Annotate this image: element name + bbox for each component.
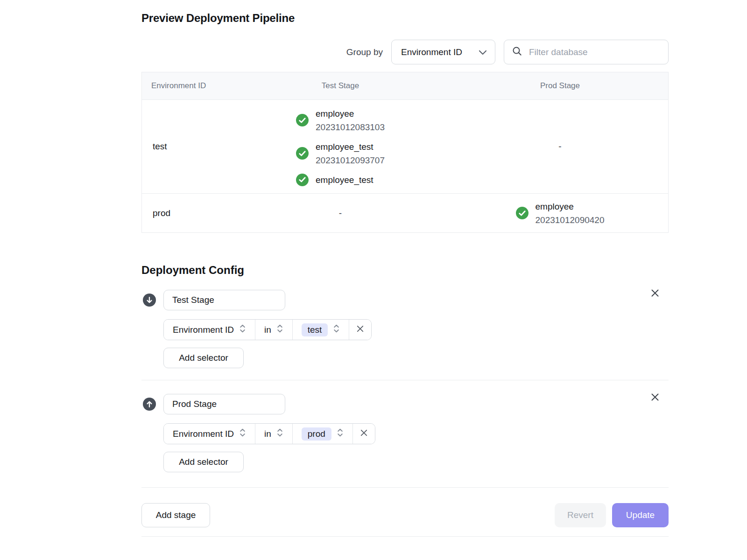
selector-value-select[interactable]: test bbox=[292, 320, 349, 340]
stage-block-prod: Environment ID in prod bbox=[141, 392, 669, 472]
deployment-name: employee_test bbox=[316, 173, 374, 187]
selector-row: Environment ID in prod bbox=[163, 423, 375, 444]
selector-operator-select[interactable]: in bbox=[255, 320, 292, 340]
chevron-down-icon bbox=[479, 47, 487, 57]
stage-name-input[interactable] bbox=[163, 394, 285, 414]
close-icon bbox=[650, 288, 660, 299]
update-button[interactable]: Update bbox=[612, 503, 669, 527]
deployment-config-title: Deployment Config bbox=[141, 264, 669, 277]
success-check-icon bbox=[516, 207, 529, 219]
selector-operator-value: in bbox=[264, 429, 271, 439]
close-icon bbox=[650, 392, 660, 403]
remove-stage-button[interactable] bbox=[650, 392, 660, 403]
remove-selector-button[interactable] bbox=[349, 320, 371, 340]
group-by-select[interactable]: Environment ID bbox=[391, 40, 495, 64]
stage-divider bbox=[141, 380, 669, 380]
close-icon bbox=[356, 325, 364, 335]
add-stage-button[interactable]: Add stage bbox=[141, 503, 210, 527]
prod-stage-cell: employee 20231012090420 bbox=[452, 200, 668, 227]
close-icon bbox=[360, 429, 368, 439]
stage-header bbox=[141, 392, 669, 416]
selector-value-badge: test bbox=[302, 323, 328, 336]
deployment-entry: employee_test bbox=[296, 173, 385, 187]
table-row-test: test employee 20231012083103 bbox=[142, 100, 668, 193]
chevrons-up-down-icon bbox=[276, 323, 283, 336]
revert-button[interactable]: Revert bbox=[555, 503, 606, 527]
deployment-version: 20231012090420 bbox=[536, 213, 605, 227]
deployment-entry: employee 20231012090420 bbox=[516, 200, 605, 227]
test-stage-cell: employee 20231012083103 employee_test 20… bbox=[229, 107, 452, 187]
add-selector-button[interactable]: Add selector bbox=[163, 452, 244, 472]
column-header-environment-id: Environment ID bbox=[142, 81, 229, 91]
selector-key-value: Environment ID bbox=[173, 429, 234, 439]
deployment-list: employee 20231012083103 employee_test 20… bbox=[296, 107, 385, 187]
deployment-version: 20231012083103 bbox=[316, 120, 385, 134]
pipeline-table-header: Environment ID Test Stage Prod Stage bbox=[142, 72, 668, 100]
deployment-entry: employee_test 20231012093707 bbox=[296, 140, 385, 167]
stage-header bbox=[141, 288, 669, 312]
deployment-name: employee bbox=[316, 107, 385, 120]
prod-stage-cell-empty: - bbox=[452, 141, 668, 152]
actions-divider bbox=[141, 487, 669, 488]
search-icon bbox=[512, 46, 522, 58]
deployment-entry: employee 20231012083103 bbox=[296, 107, 385, 134]
selector-key-select[interactable]: Environment ID bbox=[164, 320, 255, 340]
column-header-test-stage: Test Stage bbox=[229, 81, 452, 91]
table-row-prod: prod - employee 20231012090420 bbox=[142, 193, 668, 232]
deployment-version: 20231012093707 bbox=[316, 154, 385, 167]
toolbar: Group by Environment ID bbox=[141, 40, 669, 64]
deployment-info: employee 20231012083103 bbox=[316, 107, 385, 134]
success-check-icon bbox=[296, 147, 309, 160]
add-selector-button[interactable]: Add selector bbox=[163, 348, 244, 368]
deployment-list: employee 20231012090420 bbox=[516, 200, 605, 227]
arrow-down-circle-icon bbox=[143, 294, 156, 307]
environment-id-cell: test bbox=[142, 141, 229, 152]
main-content: Preview Deployment Pipeline Group by Env… bbox=[141, 0, 669, 537]
stage-name-input[interactable] bbox=[163, 290, 285, 310]
arrow-up-circle-icon bbox=[143, 398, 156, 411]
selector-operator-value: in bbox=[264, 325, 271, 335]
deployment-name: employee bbox=[536, 200, 605, 213]
filter-database-input[interactable] bbox=[528, 47, 660, 58]
actions-bar: Add stage Revert Update bbox=[141, 503, 669, 527]
filter-database-field[interactable] bbox=[504, 40, 669, 64]
success-check-icon bbox=[296, 174, 309, 186]
deployment-name: employee_test bbox=[316, 140, 385, 154]
chevrons-up-down-icon bbox=[239, 323, 246, 336]
page-title: Preview Deployment Pipeline bbox=[141, 12, 669, 25]
group-by-selected-value: Environment ID bbox=[401, 47, 462, 57]
selector-row: Environment ID in test bbox=[163, 319, 372, 340]
group-by-label: Group by bbox=[346, 47, 383, 57]
selector-value-select[interactable]: prod bbox=[292, 424, 352, 444]
test-stage-cell-empty: - bbox=[229, 208, 452, 218]
bottom-divider bbox=[141, 536, 669, 537]
deployment-info: employee_test bbox=[316, 173, 374, 187]
remove-stage-button[interactable] bbox=[650, 288, 660, 299]
selector-value-badge: prod bbox=[302, 427, 331, 441]
deployment-info: employee_test 20231012093707 bbox=[316, 140, 385, 167]
pipeline-table: Environment ID Test Stage Prod Stage tes… bbox=[141, 72, 669, 233]
chevrons-up-down-icon bbox=[337, 427, 344, 441]
chevrons-up-down-icon bbox=[333, 323, 340, 336]
remove-selector-button[interactable] bbox=[352, 424, 375, 444]
selector-operator-select[interactable]: in bbox=[255, 424, 292, 444]
selector-key-value: Environment ID bbox=[173, 325, 234, 335]
stage-block-test: Environment ID in test bbox=[141, 288, 669, 368]
deployment-info: employee 20231012090420 bbox=[536, 200, 605, 227]
column-header-prod-stage: Prod Stage bbox=[452, 81, 668, 91]
environment-id-cell: prod bbox=[142, 208, 229, 218]
selector-key-select[interactable]: Environment ID bbox=[164, 424, 255, 444]
chevrons-up-down-icon bbox=[239, 427, 246, 441]
chevrons-up-down-icon bbox=[276, 427, 283, 441]
success-check-icon bbox=[296, 114, 309, 126]
